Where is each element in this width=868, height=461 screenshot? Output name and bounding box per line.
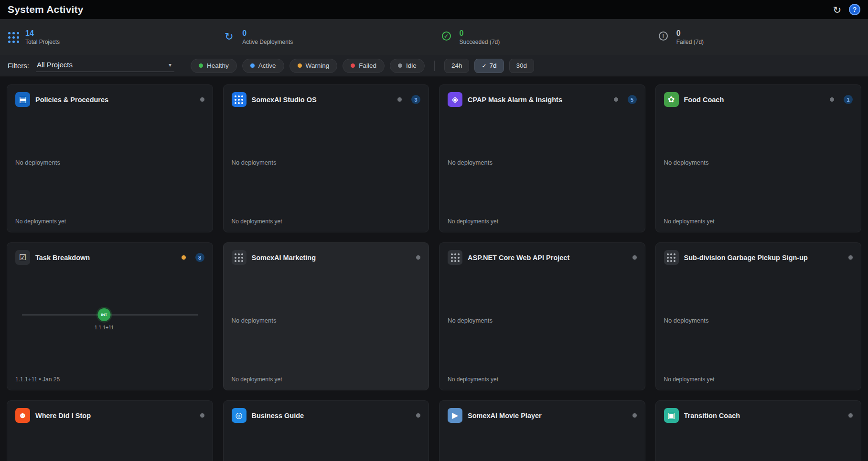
card-body: No deployments: [664, 265, 853, 376]
card-body: [448, 423, 637, 461]
stat-total-projects: 14 Total Projects: [0, 29, 217, 46]
time-range-24h[interactable]: ✓ 24h: [444, 59, 470, 73]
filter-pill-label: Idle: [406, 62, 417, 69]
project-filter-select[interactable]: All Projects ▾: [36, 59, 174, 72]
project-title: SomexAI Movie Player: [468, 412, 627, 419]
project-card-where-did-i-stop[interactable]: ☻ Where Did I Stop: [7, 400, 213, 461]
help-icon[interactable]: ?: [849, 4, 860, 15]
no-deployments-text: No deployments: [664, 159, 709, 166]
sync-icon: ↻: [225, 31, 236, 43]
status-dot-icon: [416, 413, 420, 418]
project-title: Food Coach: [684, 96, 825, 104]
card-footer: 1.1.1+11 • Jan 25: [15, 376, 204, 383]
filters-bar: Filters: All Projects ▾ Healthy Active W…: [0, 55, 868, 76]
project-card-somexai-marketing[interactable]: SomexAI Marketing No deployments No depl…: [223, 242, 429, 390]
time-range-label: 7d: [489, 62, 496, 69]
card-body: No deployments: [664, 107, 853, 218]
project-title: Sub-division Garbage Pickup Sign-up: [684, 254, 844, 262]
play-icon: ▶: [448, 408, 462, 423]
project-title: Business Guide: [252, 412, 411, 419]
status-dot-icon: [416, 255, 420, 260]
timeline-node[interactable]: INT: [97, 308, 110, 321]
stat-value: 0: [242, 29, 293, 38]
filter-pill-warning[interactable]: Warning: [289, 59, 338, 73]
projects-grid: ▤ Policies & Procedures No deployments N…: [0, 76, 868, 461]
card-header: ▤ Policies & Procedures: [15, 92, 204, 107]
status-filter-group: Healthy Active Warning Failed Idle: [191, 59, 425, 73]
project-title: Policies & Procedures: [35, 96, 195, 104]
card-body: INT1.1.1+11: [15, 265, 204, 376]
status-dot-icon: [632, 255, 637, 260]
no-deployments-text: No deployments: [448, 159, 493, 166]
project-title: ASP.NET Core Web API Project: [468, 254, 627, 262]
status-dot-icon: [250, 63, 255, 68]
card-footer: No deployments yet: [448, 376, 637, 383]
apps-icon: [232, 250, 246, 265]
filter-pill-failed[interactable]: Failed: [343, 59, 385, 73]
status-dot-icon: [632, 413, 637, 418]
filter-pill-label: Active: [258, 62, 276, 69]
status-dot-icon: [298, 63, 302, 68]
project-card-transition-coach[interactable]: ▣ Transition Coach: [655, 400, 862, 461]
stat-label: Total Projects: [25, 39, 60, 45]
no-deployments-text: No deployments: [448, 317, 493, 324]
refresh-icon[interactable]: ↻: [833, 5, 841, 15]
card-header: SomexAI Studio OS 3: [232, 92, 421, 107]
card-footer: No deployments yet: [448, 218, 637, 225]
project-title: CPAP Mask Alarm & Insights: [468, 96, 609, 104]
card-header: Sub-division Garbage Pickup Sign-up: [664, 250, 853, 265]
no-deployments-text: No deployments: [232, 159, 277, 166]
time-range-label: 30d: [516, 62, 527, 69]
count-badge: 3: [411, 95, 420, 104]
card-body: No deployments: [448, 265, 637, 376]
card-footer: No deployments yet: [664, 376, 853, 383]
stat-label: Succeeded (7d): [460, 39, 500, 45]
stat-succeeded-7d: ✓ 0 Succeeded (7d): [434, 29, 651, 46]
stat-failed-7d: ! 0 Failed (7d): [651, 29, 868, 46]
card-body: [15, 423, 204, 461]
chevron-down-icon: ▾: [169, 62, 171, 68]
card-header: SomexAI Marketing: [232, 250, 421, 265]
card-footer: No deployments yet: [664, 218, 853, 225]
filter-pill-idle[interactable]: Idle: [390, 59, 425, 73]
card-body: [232, 423, 421, 461]
card-body: No deployments: [232, 107, 421, 218]
project-title: Transition Coach: [684, 412, 844, 419]
grid-icon: [232, 92, 246, 107]
time-range-7d[interactable]: ✓ 7d: [474, 59, 504, 73]
stat-label: Failed (7d): [676, 39, 704, 45]
card-body: [664, 423, 853, 461]
status-dot-icon: [351, 63, 355, 68]
person-icon: ☻: [15, 408, 30, 423]
divider: [434, 61, 435, 71]
card-body: No deployments: [232, 265, 421, 376]
filter-pill-label: Warning: [306, 62, 330, 69]
time-range-label: 24h: [451, 62, 462, 69]
stat-value: 14: [25, 29, 60, 38]
app-header: System Activity ↻ ?: [0, 0, 868, 19]
count-badge: 5: [628, 95, 637, 104]
card-header: ☻ Where Did I Stop: [15, 408, 204, 423]
project-card-cpap-mask-alarm-insights[interactable]: ◈ CPAP Mask Alarm & Insights 5 No deploy…: [439, 84, 645, 232]
project-card-business-guide[interactable]: ◎ Business Guide: [223, 400, 429, 461]
compass-icon: ◎: [232, 408, 246, 423]
project-card-food-coach[interactable]: ✿ Food Coach 1 No deployments No deploym…: [655, 84, 862, 232]
project-card-somexai-movie-player[interactable]: ▶ SomexAI Movie Player: [439, 400, 645, 461]
filter-pill-active[interactable]: Active: [242, 59, 284, 73]
project-card-asp-net-core-web-api-project[interactable]: ASP.NET Core Web API Project No deployme…: [439, 242, 645, 390]
status-dot-icon: [397, 97, 402, 102]
status-dot-icon: [614, 97, 618, 102]
time-range-group: ✓ 24h ✓ 7d ✓ 30d: [444, 59, 534, 73]
project-card-sub-division-garbage-pickup-sign-up[interactable]: Sub-division Garbage Pickup Sign-up No d…: [655, 242, 862, 390]
no-deployments-text: No deployments: [232, 317, 277, 324]
project-card-somexai-studio-os[interactable]: SomexAI Studio OS 3 No deployments No de…: [223, 84, 429, 232]
stat-value: 0: [460, 29, 500, 38]
project-card-policies-procedures[interactable]: ▤ Policies & Procedures No deployments N…: [7, 84, 213, 232]
status-dot-icon: [199, 63, 203, 68]
filter-pill-healthy[interactable]: Healthy: [191, 59, 237, 73]
project-card-task-breakdown[interactable]: ☑ Task Breakdown 8 INT1.1.1+11 1.1.1+11 …: [7, 242, 213, 390]
status-dot-icon: [182, 255, 186, 260]
no-deployments-text: No deployments: [664, 317, 709, 324]
stat-value: 0: [676, 29, 704, 38]
time-range-30d[interactable]: ✓ 30d: [509, 59, 535, 73]
